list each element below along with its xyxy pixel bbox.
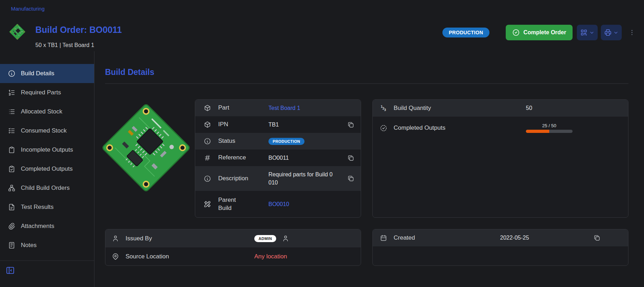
clipboard-icon <box>8 146 16 154</box>
issued-by-label: Issued By <box>126 235 248 242</box>
part-image[interactable] <box>99 101 192 194</box>
numbers-123-icon <box>380 105 387 112</box>
progress-text: 25 / 50 <box>526 123 573 128</box>
build-details-table: Part Test Board 1 IPN TB1 <box>195 99 361 218</box>
complete-order-button[interactable]: Complete Order <box>506 25 573 40</box>
hash-icon <box>204 154 211 162</box>
header-actions: PRODUCTION Complete Order <box>442 25 636 40</box>
section-divider <box>105 83 628 84</box>
sitemap-icon <box>8 184 16 192</box>
quantities-panel: Build Quantity 50 Completed Outputs 25 /… <box>372 99 628 218</box>
detail-value-reference: BO0011 <box>268 154 354 162</box>
sidebar-item-attachments[interactable]: Attachments <box>0 217 94 236</box>
complete-order-label: Complete Order <box>523 29 566 36</box>
detail-label-parent-build: Parent Build <box>218 196 268 212</box>
build-quantity-value: 50 <box>526 105 621 111</box>
source-location-value: Any location <box>254 253 354 260</box>
sidebar-item-notes[interactable]: Notes <box>0 236 94 255</box>
sidebar-item-label: Consumed Stock <box>21 127 66 134</box>
detail-value-status: PRODUCTION <box>268 138 354 145</box>
dots-vertical-icon <box>628 29 636 36</box>
any-location-text: Any location <box>254 253 287 260</box>
breadcrumb: Manufacturing <box>0 0 644 14</box>
sidebar-item-allocated-stock[interactable]: Allocated Stock <box>0 102 94 121</box>
sidebar-item-incomplete-outputs[interactable]: Incomplete Outputs <box>0 140 94 159</box>
completed-outputs-label: Completed Outputs <box>394 124 520 131</box>
cell-top-left: Part Test Board 1 IPN TB1 <box>105 99 361 218</box>
page-subtitle: 50 x TB1 | Test Board 1 <box>35 42 122 48</box>
build-quantity-label: Build Quantity <box>394 105 520 112</box>
detail-value-ipn: TB1 <box>268 121 354 128</box>
breadcrumb-manufacturing[interactable]: Manufacturing <box>11 6 45 12</box>
detail-label-ipn: IPN <box>218 121 268 129</box>
sidebar-item-label: Incomplete Outputs <box>21 146 73 153</box>
sidebar-item-completed-outputs[interactable]: Completed Outputs <box>0 159 94 178</box>
sidebar: Build Details Required Parts Allocated S… <box>0 51 94 287</box>
page-header: Build Order: BO0011 50 x TB1 | Test Boar… <box>0 14 644 51</box>
sidebar-item-label: Test Results <box>21 204 54 211</box>
list-check-icon <box>8 127 16 135</box>
copy-icon <box>347 175 354 182</box>
sidebar-collapse-icon <box>6 266 15 275</box>
copy-ipn-button[interactable] <box>347 121 354 128</box>
part-image-container <box>105 99 187 218</box>
issued-by-value: ADMIN <box>254 235 354 242</box>
created-row: Created 2022-05-25 <box>373 229 628 246</box>
source-location-row: Source Location Any location <box>105 247 361 265</box>
sidebar-item-label: Required Parts <box>21 89 61 96</box>
completed-outputs-progress: 25 / 50 <box>526 123 573 133</box>
app-root: Manufacturing Build Order: BO0011 50 x T… <box>0 0 644 287</box>
detail-row-reference: Reference BO0011 <box>195 150 361 166</box>
production-status-badge: PRODUCTION <box>268 138 304 145</box>
print-actions-button[interactable] <box>601 25 622 40</box>
completed-outputs-row: Completed Outputs 25 / 50 <box>373 117 628 139</box>
info-circle-icon <box>204 175 211 182</box>
created-date: 2022-05-25 <box>500 235 529 241</box>
details-grid: Part Test Board 1 IPN TB1 <box>105 99 628 266</box>
sidebar-item-child-build-orders[interactable]: Child Build Orders <box>0 178 94 198</box>
part-link[interactable]: Test Board 1 <box>268 105 300 111</box>
paperclip-icon <box>8 222 16 230</box>
source-location-label: Source Location <box>126 253 248 260</box>
build-quantity-row: Build Quantity 50 <box>373 100 628 117</box>
barcode-actions-button[interactable] <box>577 25 598 40</box>
notes-icon <box>8 241 16 249</box>
ipn-value: TB1 <box>268 122 279 128</box>
detail-value-parent-build: BO0010 <box>268 201 354 207</box>
pcb-thumbnail-image <box>9 23 26 40</box>
description-value: Required parts for Build 0010 <box>268 170 336 187</box>
qr-code-icon <box>580 29 588 36</box>
sidebar-item-required-parts[interactable]: Required Parts <box>0 83 94 102</box>
detail-row-parent-build: Parent Build BO0010 <box>195 191 361 217</box>
created-value: 2022-05-25 <box>500 234 621 241</box>
completed-progress-fill <box>526 130 549 133</box>
detail-label-status: Status <box>218 137 268 145</box>
detail-row-ipn: IPN TB1 <box>195 116 361 133</box>
reference-value: BO0011 <box>268 155 289 161</box>
chevron-down-icon <box>589 30 594 35</box>
body-row: Build Details Required Parts Allocated S… <box>0 51 644 287</box>
sidebar-item-test-results[interactable]: Test Results <box>0 198 94 217</box>
status-badge: PRODUCTION <box>442 28 489 37</box>
detail-label-reference: Reference <box>218 154 268 162</box>
copy-description-button[interactable] <box>347 175 354 182</box>
more-actions-button[interactable] <box>628 28 636 37</box>
sidebar-item-label: Attachments <box>21 223 54 230</box>
sidebar-item-label: Completed Outputs <box>21 165 72 172</box>
copy-created-button[interactable] <box>593 234 601 241</box>
map-pin-icon <box>112 253 119 260</box>
list-icon <box>8 108 16 116</box>
clipboard-check-icon <box>8 165 16 173</box>
admin-badge: ADMIN <box>254 235 276 242</box>
parent-build-link[interactable]: BO0010 <box>268 201 289 207</box>
copy-icon <box>347 121 354 128</box>
part-thumbnail[interactable] <box>9 24 25 40</box>
sidebar-item-build-details[interactable]: Build Details <box>0 64 94 83</box>
chevron-down-icon <box>613 30 619 35</box>
collapse-sidebar-button[interactable] <box>6 264 18 276</box>
box-icon <box>204 104 211 112</box>
sidebar-item-consumed-stock[interactable]: Consumed Stock <box>0 121 94 140</box>
copy-reference-button[interactable] <box>347 154 354 162</box>
list-numbers-icon <box>8 89 16 96</box>
progress-track <box>526 130 573 133</box>
